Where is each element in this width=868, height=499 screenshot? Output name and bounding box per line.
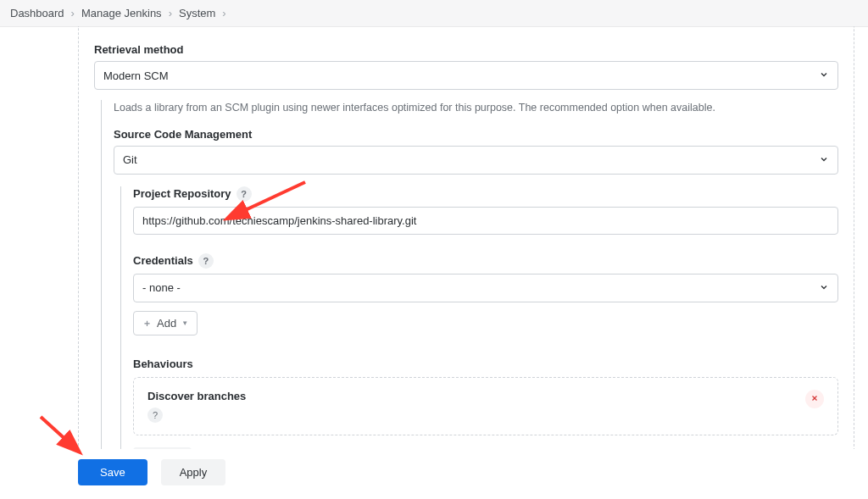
help-icon[interactable]: ? (147, 408, 163, 423)
behaviour-item: Discover branches ? (133, 377, 838, 435)
save-button[interactable]: Save (78, 459, 147, 485)
scm-value: Git (123, 153, 137, 166)
scm-label: Source Code Management (114, 128, 838, 141)
delete-behaviour-button[interactable] (805, 390, 824, 408)
chevron-down-icon (819, 153, 829, 167)
behaviours-label: Behaviours (133, 358, 838, 370)
scm-select[interactable]: Git (114, 146, 838, 175)
credentials-label-text: Credentials (133, 254, 193, 267)
crumb-dashboard[interactable]: Dashboard (10, 7, 64, 19)
add-credentials-label: Add (157, 317, 176, 330)
retrieval-method-body: Loads a library from an SCM plugin using… (101, 100, 838, 483)
caret-down-icon: ▼ (181, 319, 188, 327)
chevron-right-icon: › (71, 7, 75, 19)
plus-icon: ＋ (142, 317, 152, 330)
credentials-value: - none - (142, 281, 181, 294)
git-scm-body: Project Repository ? Credentials ? - non… (120, 186, 838, 483)
chevron-right-icon: › (169, 7, 172, 19)
retrieval-hint-text: Loads a library from an SCM plugin using… (114, 100, 838, 116)
chevron-down-icon (819, 281, 829, 295)
crumb-manage-jenkins[interactable]: Manage Jenkins (81, 7, 162, 19)
breadcrumb: Dashboard › Manage Jenkins › System › (0, 0, 868, 27)
project-repository-label: Project Repository ? (133, 186, 838, 202)
retrieval-method-label: Retrieval method (94, 43, 838, 56)
retrieval-method-select[interactable]: Modern SCM (94, 61, 838, 90)
help-icon[interactable]: ? (236, 186, 252, 202)
retrieval-method-value: Modern SCM (103, 69, 169, 82)
apply-button[interactable]: Apply (161, 459, 226, 485)
credentials-select[interactable]: - none - (133, 274, 838, 302)
credentials-label: Credentials ? (133, 253, 838, 269)
help-icon[interactable]: ? (198, 253, 214, 269)
crumb-system[interactable]: System (179, 7, 215, 19)
chevron-down-icon (819, 69, 829, 82)
project-repository-label-text: Project Repository (133, 187, 231, 200)
close-icon (810, 393, 819, 405)
add-credentials-button[interactable]: ＋ Add ▼ (133, 311, 198, 335)
bottom-action-bar: Save Apply (0, 449, 868, 493)
chevron-right-icon: › (222, 7, 225, 19)
behaviour-title: Discover branches (147, 390, 246, 402)
library-config-section: Retrieval method Modern SCM Loads a libr… (78, 26, 854, 493)
project-repository-input[interactable] (133, 207, 838, 235)
